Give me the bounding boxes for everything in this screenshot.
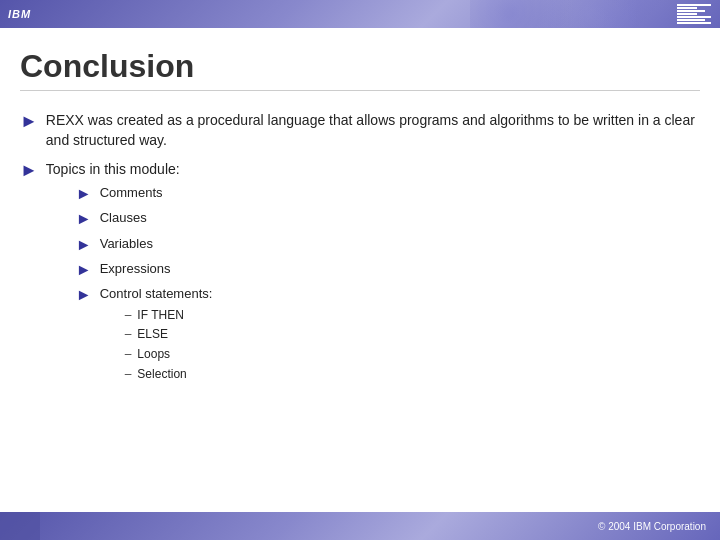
ibm-logo-right: [676, 4, 712, 24]
ibm-stripe-7: [677, 22, 711, 24]
sub-bullet-list: ► Comments ► Clauses ► Variables: [76, 184, 700, 386]
sub-sub-list: – IF THEN – ELSE – Loops: [125, 307, 700, 383]
sub-sub-text-3: Loops: [137, 346, 170, 363]
sub-bullet-text-2: Clauses: [100, 209, 147, 227]
header-left: IBM: [8, 8, 31, 20]
sub-sub-text-1: IF THEN: [137, 307, 183, 324]
sub-bullet-item-5: ► Control statements: – IF THEN – E: [76, 285, 700, 385]
ibm-stripes: [677, 4, 711, 24]
ibm-stripe-3: [677, 10, 705, 12]
sub-bullet-text-3: Variables: [100, 235, 153, 253]
dash-2: –: [125, 326, 132, 343]
header-pattern: [470, 0, 670, 28]
sub-bullet-icon-3: ►: [76, 234, 92, 256]
dash-1: –: [125, 307, 132, 324]
sub-bullet-text-1: Comments: [100, 184, 163, 202]
page-title: Conclusion: [20, 48, 700, 91]
sub-bullet-text-5: Control statements:: [100, 286, 213, 301]
bullet-text-2: Topics in this module:: [46, 161, 180, 177]
sub-bullet-item-1: ► Comments: [76, 184, 700, 205]
sub-bullet-text-4: Expressions: [100, 260, 171, 278]
bullet-item-2: ► Topics in this module: ► Comments ► Cl…: [20, 160, 700, 390]
sub-sub-item-3: – Loops: [125, 346, 700, 363]
footer-bar: © 2004 IBM Corporation: [0, 512, 720, 540]
sub-bullet-item-4: ► Expressions: [76, 260, 700, 281]
ibm-logo-top: IBM: [8, 8, 31, 20]
sub-bullet-item-3: ► Variables: [76, 235, 700, 256]
sub-bullet-icon-2: ►: [76, 208, 92, 230]
sub-bullet-icon-1: ►: [76, 183, 92, 205]
bullet-section: ► REXX was created as a procedural langu…: [20, 111, 700, 390]
bullet-icon-1: ►: [20, 109, 38, 134]
bullet-item-1: ► REXX was created as a procedural langu…: [20, 111, 700, 150]
sub-sub-text-2: ELSE: [137, 326, 168, 343]
sub-sub-text-4: Selection: [137, 366, 186, 383]
copyright-text: © 2004 IBM Corporation: [598, 521, 706, 532]
sub-sub-item-4: – Selection: [125, 366, 700, 383]
sub-bullet-item-2: ► Clauses: [76, 209, 700, 230]
sub-sub-item-2: – ELSE: [125, 326, 700, 343]
dash-4: –: [125, 366, 132, 383]
ibm-stripe-2: [677, 7, 697, 9]
dash-3: –: [125, 346, 132, 363]
sub-bullet-icon-4: ►: [76, 259, 92, 281]
ibm-stripe-5: [677, 16, 711, 18]
ibm-stripe-4: [677, 13, 697, 15]
bullet-icon-2: ►: [20, 158, 38, 183]
header-bar: IBM: [0, 0, 720, 28]
main-content: Conclusion ► REXX was created as a proce…: [0, 28, 720, 512]
bullet-text-1: REXX was created as a procedural languag…: [46, 111, 700, 150]
sub-bullet-icon-5: ►: [76, 284, 92, 306]
sub-sub-item-1: – IF THEN: [125, 307, 700, 324]
footer-left-pattern: [0, 512, 40, 540]
ibm-stripe-6: [677, 19, 705, 21]
ibm-stripe-1: [677, 4, 711, 6]
